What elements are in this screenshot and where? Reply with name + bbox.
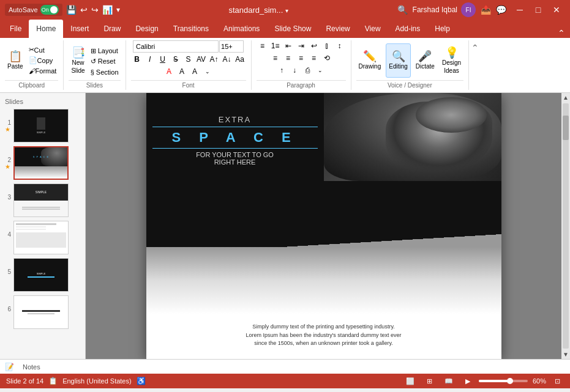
more-font-button[interactable]: A	[189, 66, 201, 77]
underline-button[interactable]: U	[157, 54, 169, 65]
justify-button[interactable]: ≡	[308, 53, 320, 64]
cut-button[interactable]: ✂ Cut	[27, 45, 59, 55]
slide-thumb-3[interactable]: 3 SIMPLE	[2, 182, 83, 218]
slideshow-icon: ▶	[465, 377, 470, 385]
align-left-button[interactable]: ≡	[269, 53, 282, 64]
italic-button[interactable]: I	[144, 54, 156, 65]
redo-icon[interactable]: ↪	[91, 5, 99, 15]
font-dialog-button[interactable]: ⌄	[201, 66, 214, 77]
decrease-font-button[interactable]: A↓	[221, 54, 233, 65]
tab-help[interactable]: Help	[427, 20, 457, 38]
tab-animations[interactable]: Animations	[216, 20, 267, 38]
scroll-up-button[interactable]: ▲	[561, 93, 570, 102]
autosave-toggle[interactable]: AutoSave On	[5, 4, 62, 16]
para-dialog-button[interactable]: ⌄	[314, 65, 326, 76]
drawing-button[interactable]: ✏️ Drawing	[356, 43, 384, 78]
tab-review[interactable]: Review	[318, 20, 357, 38]
astronaut-image	[324, 93, 501, 181]
normal-view-button[interactable]: ⬜	[402, 376, 418, 386]
slideshow-button[interactable]: ▶	[462, 376, 474, 386]
increase-indent-button[interactable]: ⇥	[295, 40, 307, 51]
save-icon[interactable]: 💾	[66, 5, 77, 15]
new-slide-button[interactable]: 📑 New Slide	[69, 43, 87, 78]
slide-thumb-1[interactable]: 1 ★ SIMPLE	[2, 108, 83, 144]
ribbon-collapse-icon[interactable]: ⌃	[558, 28, 565, 38]
decrease-para-button[interactable]: ↑	[276, 65, 288, 76]
title-bar: AutoSave On 💾 ↩ ↪ 📊 ▾ standard_sim... ▾ …	[0, 0, 570, 20]
tab-addins[interactable]: Add-ins	[388, 20, 428, 38]
scroll-down-button[interactable]: ▼	[561, 350, 570, 359]
change-case-button[interactable]: Aa	[234, 54, 246, 65]
comments-icon[interactable]: 💬	[496, 5, 506, 15]
user-avatar[interactable]: FI	[461, 2, 476, 17]
numbering-button[interactable]: 1≡	[269, 40, 282, 51]
presentation-icon[interactable]: 📊	[102, 5, 113, 15]
slide-thumb-6[interactable]: 6	[2, 294, 83, 330]
align-right-button[interactable]: ≡	[295, 53, 307, 64]
tab-home[interactable]: Home	[29, 20, 63, 38]
layout-button[interactable]: ⊞ Layout	[89, 46, 121, 56]
share-icon[interactable]: 📤	[481, 5, 491, 15]
smart-art-button[interactable]: ⎙	[301, 65, 313, 76]
tab-slideshow[interactable]: Slide Show	[267, 20, 318, 38]
ribbon-tabs: File Home Insert Draw Design Transitions…	[0, 20, 570, 38]
increase-font-button[interactable]: A↑	[208, 54, 220, 65]
slide-thumb-5[interactable]: 5 SIMPLE	[2, 257, 83, 293]
paste-button[interactable]: 📋 Paste	[5, 43, 26, 78]
fit-slide-button[interactable]: ⊡	[551, 376, 564, 386]
font-size-input[interactable]	[219, 40, 244, 53]
tab-design[interactable]: Design	[128, 20, 165, 38]
slide-canvas[interactable]: EXTRA S P A C E FOR YOUR TEXT TO GO RIGH…	[146, 93, 501, 359]
highlight-color-button[interactable]: A	[176, 66, 188, 77]
char-spacing-button[interactable]: AV	[195, 54, 208, 65]
design-ideas-button[interactable]: 💡 Design Ideas	[440, 43, 463, 78]
toggle-switch[interactable]: On	[40, 5, 59, 15]
bold-button[interactable]: B	[131, 54, 143, 65]
tab-insert[interactable]: Insert	[63, 20, 96, 38]
tab-file[interactable]: File	[2, 20, 29, 38]
tab-transitions[interactable]: Transitions	[166, 20, 216, 38]
close-button[interactable]: ✕	[548, 4, 565, 16]
tab-draw[interactable]: Draw	[96, 20, 128, 38]
columns-button[interactable]: ⫿	[321, 40, 333, 51]
window-title: standard_sim... ▾	[120, 6, 397, 15]
ribbon-group-font: B I U S̶ S AV A↑ A↓ Aa A A A ⌄ Font	[126, 40, 252, 90]
shadow-button[interactable]: S	[182, 54, 195, 65]
zoom-slider[interactable]	[479, 380, 528, 382]
slide-sorter-button[interactable]: ⊞	[423, 376, 436, 386]
rtl-button[interactable]: ↩	[308, 40, 320, 51]
reset-button[interactable]: ↺ Reset	[89, 57, 121, 67]
dropdown-arrow[interactable]: ▾	[285, 7, 288, 14]
slide-thumb-2[interactable]: 2 ★ S P A C E	[2, 145, 83, 181]
align-center-button[interactable]: ≡	[282, 53, 294, 64]
decrease-indent-button[interactable]: ⇤	[282, 40, 294, 51]
tab-view[interactable]: View	[358, 20, 388, 38]
reading-view-button[interactable]: 📖	[441, 376, 457, 386]
undo-icon[interactable]: ↩	[80, 5, 88, 15]
slide-thumb-4[interactable]: 4	[2, 220, 83, 256]
text-direction-button[interactable]: ⟲	[321, 53, 333, 64]
format-painter-button[interactable]: 🖌 Format	[27, 66, 59, 76]
search-icon[interactable]: 🔍	[397, 5, 408, 15]
accessibility-icon[interactable]: ♿	[137, 377, 146, 385]
font-color-button[interactable]: A	[163, 66, 175, 77]
bullets-button[interactable]: ≡	[257, 40, 269, 51]
slide-body-text: Simply dummy text of the printing and ty…	[164, 323, 484, 348]
slide-sorter-icon: ⊞	[427, 377, 432, 385]
notes-button[interactable]: Notes	[19, 362, 44, 372]
copy-button[interactable]: 📄 Copy	[27, 56, 59, 65]
increase-para-button[interactable]: ↓	[288, 65, 301, 76]
strikethrough-button[interactable]: S̶	[170, 54, 182, 65]
scroll-thumb[interactable]	[563, 116, 569, 140]
minimize-button[interactable]: ─	[511, 4, 528, 16]
font-format-row: B I U S̶ S AV A↑ A↓ Aa	[131, 54, 246, 65]
collapse-icon: ⌃	[471, 43, 479, 53]
section-button[interactable]: § Section	[89, 67, 121, 77]
editing-button[interactable]: 🔍 Editing	[386, 43, 411, 78]
scroll-track[interactable]	[563, 103, 569, 349]
font-name-input[interactable]	[133, 40, 219, 53]
line-spacing-button[interactable]: ↕	[334, 40, 346, 51]
dictate-button[interactable]: 🎤 Dictate	[413, 43, 437, 78]
maximize-button[interactable]: □	[530, 4, 547, 16]
ribbon-collapse[interactable]: ⌃	[469, 40, 481, 90]
